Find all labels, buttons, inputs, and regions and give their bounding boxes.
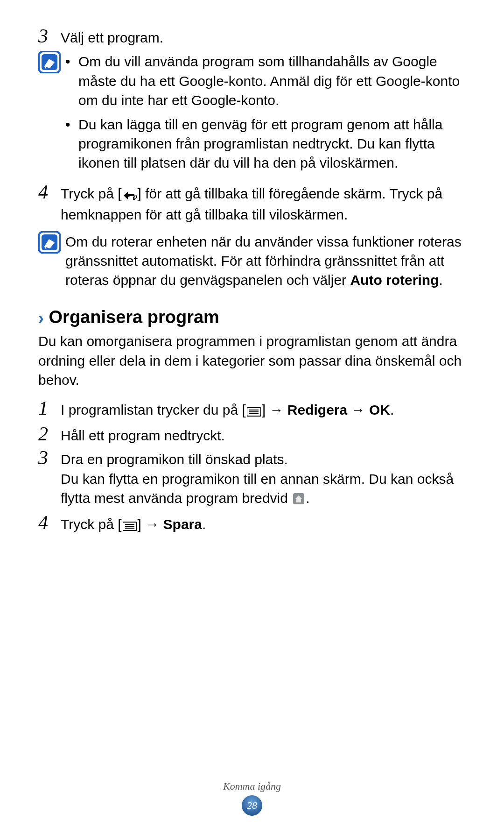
section-heading: › Organisera program bbox=[38, 305, 466, 330]
text-part: Tryck på [ bbox=[61, 186, 122, 201]
line2: Du kan flytta en programikon till en ann… bbox=[61, 469, 466, 510]
step-text: Tryck på [] för att gå tillbaka till för… bbox=[61, 182, 466, 225]
step-text: Tryck på [] → Spara. bbox=[61, 513, 466, 536]
note-block-2: Om du roterar enheten när du använder vi… bbox=[38, 231, 466, 290]
footer-section-title: Komma igång bbox=[0, 779, 504, 793]
sec-step-4: 4 Tryck på [] → Spara. bbox=[38, 513, 466, 536]
sec-step-2: 2 Håll ett program nedtryckt. bbox=[38, 424, 466, 445]
note1-bullet-1: Om du vill använda program som tillhanda… bbox=[65, 52, 466, 110]
text-part: . bbox=[306, 490, 309, 506]
menu-icon bbox=[247, 402, 261, 421]
step-number: 3 bbox=[38, 26, 61, 46]
note-body: Om du vill använda program som tillhanda… bbox=[61, 51, 466, 177]
text-part: I programlistan trycker du på [ bbox=[61, 402, 246, 417]
text-part: ] → bbox=[138, 516, 163, 532]
sec-step-3: 3 Dra en programikon till önskad plats. … bbox=[38, 448, 466, 509]
chevron-icon: › bbox=[38, 309, 44, 328]
bold-text: Redigera bbox=[287, 402, 347, 417]
step-number: 4 bbox=[38, 513, 61, 532]
text-part: ] → bbox=[262, 402, 287, 417]
note-body: Om du roterar enheten när du använder vi… bbox=[61, 231, 466, 290]
text-part: Du kan flytta en programikon till en ann… bbox=[61, 471, 454, 506]
page-footer: Komma igång 28 bbox=[0, 779, 504, 816]
step-number: 2 bbox=[38, 424, 61, 444]
text-part: . bbox=[202, 516, 206, 532]
text-part: Tryck på [ bbox=[61, 516, 122, 532]
step-3-top: 3 Välj ett program. bbox=[38, 26, 466, 47]
bold-text: Auto rotering bbox=[350, 272, 439, 288]
page: 3 Välj ett program. Om du vill använda p… bbox=[0, 0, 504, 827]
bold-text: Spara bbox=[163, 516, 202, 532]
text-part: . bbox=[390, 402, 394, 417]
note-block-1: Om du vill använda program som tillhanda… bbox=[38, 51, 466, 177]
sec-step-1: 1 I programlistan trycker du på [] → Red… bbox=[38, 398, 466, 421]
home-icon bbox=[293, 490, 305, 509]
text-part: . bbox=[439, 272, 442, 288]
back-icon bbox=[123, 186, 137, 205]
note1-bullet-2: Du kan lägga till en genväg för ett prog… bbox=[65, 115, 466, 173]
note-icon bbox=[38, 51, 61, 73]
step-text: I programlistan trycker du på [] → Redig… bbox=[61, 398, 466, 421]
note-icon bbox=[38, 231, 61, 254]
heading-text: Organisera program bbox=[49, 307, 219, 327]
line1: Dra en programikon till önskad plats. bbox=[61, 450, 466, 469]
step-number: 1 bbox=[38, 398, 61, 418]
step-text: Dra en programikon till önskad plats. Du… bbox=[61, 448, 466, 509]
step-number: 4 bbox=[38, 182, 61, 202]
step-number: 3 bbox=[38, 448, 61, 467]
text-part: → bbox=[347, 402, 369, 417]
step-text: Håll ett program nedtryckt. bbox=[61, 424, 466, 445]
bold-text: OK bbox=[369, 402, 390, 417]
step-4-top: 4 Tryck på [] för att gå tillbaka till f… bbox=[38, 182, 466, 225]
menu-icon bbox=[123, 516, 137, 536]
page-number-badge: 28 bbox=[242, 795, 262, 816]
section-intro: Du kan omorganisera programmen i program… bbox=[38, 332, 466, 389]
step-text: Välj ett program. bbox=[61, 26, 466, 47]
